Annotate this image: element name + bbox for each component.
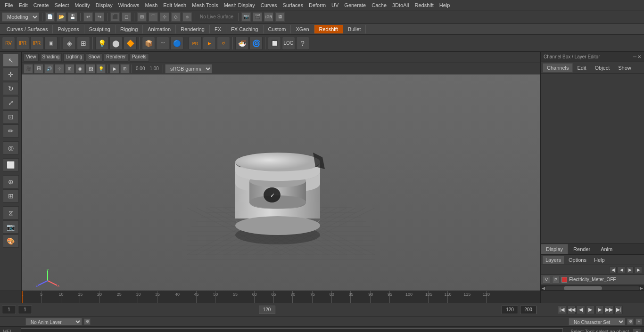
- layer-next2-btn[interactable]: ▶: [635, 267, 642, 273]
- move-tool[interactable]: ✛: [3, 68, 19, 81]
- paint-tool[interactable]: ✏: [3, 124, 19, 138]
- shelf-icon-rs1[interactable]: ▣: [44, 37, 58, 50]
- vp-grid-icon[interactable]: ⊞: [120, 64, 130, 73]
- menu-generate[interactable]: Generate: [341, 2, 369, 8]
- tab-rigging[interactable]: Rigging: [116, 25, 143, 33]
- layer-color-swatch[interactable]: [561, 277, 567, 283]
- go-start-btn[interactable]: |◀: [558, 306, 566, 314]
- scale-tool[interactable]: ⤢: [3, 96, 19, 109]
- tab-rendering[interactable]: Rendering: [176, 25, 210, 33]
- vp-texture-icon[interactable]: 🖼: [86, 64, 95, 73]
- timeline[interactable]: 1 5 10 15 20 25 30 35 40 45 50 55 60 65 …: [0, 291, 644, 303]
- vp-snap-icon[interactable]: ⊹: [55, 64, 64, 73]
- menu-surfaces[interactable]: Surfaces: [280, 2, 306, 8]
- viewport-show-menu[interactable]: Show: [86, 53, 102, 62]
- snap-point-icon[interactable]: ⊹: [160, 12, 169, 22]
- menu-uv[interactable]: UV: [329, 2, 341, 8]
- range-end-input[interactable]: [259, 306, 275, 314]
- shelf-icon-obj3[interactable]: 🔵: [170, 37, 183, 50]
- shelf-icon-mesh2[interactable]: ⊞: [77, 37, 90, 50]
- menu-cache[interactable]: Cache: [369, 2, 389, 8]
- shelf-icon-pr2[interactable]: ▶: [203, 37, 216, 50]
- layer-scrollbar[interactable]: ◀ ▶: [541, 285, 644, 291]
- shelf-icon-ipr[interactable]: IPR: [16, 37, 29, 50]
- char-set-settings-icon[interactable]: ⚙: [627, 318, 634, 325]
- shelf-icon-light1[interactable]: 💡: [95, 37, 108, 50]
- camera-icon[interactable]: 📷: [241, 12, 251, 22]
- anim-layer-settings-icon[interactable]: ⚙: [84, 318, 91, 325]
- tab-redshift[interactable]: Redshift: [314, 25, 343, 33]
- menu-modify[interactable]: Modify: [72, 2, 92, 8]
- undo-icon[interactable]: ↩: [83, 12, 93, 22]
- display-tab[interactable]: Display: [541, 244, 568, 254]
- select-mode-icon[interactable]: ⬛: [110, 12, 120, 22]
- vp-wire-icon[interactable]: ⊞: [65, 64, 74, 73]
- frame-end-input[interactable]: [502, 306, 518, 314]
- new-scene-icon[interactable]: 📄: [45, 12, 55, 22]
- snap-view-icon[interactable]: ◇: [171, 12, 181, 22]
- shelf-icon-mesh1[interactable]: ◈: [63, 37, 76, 50]
- snap-grid-icon[interactable]: ⊞: [137, 12, 147, 22]
- object-tab[interactable]: Object: [590, 63, 614, 73]
- shelf-icon-help[interactable]: ?: [296, 37, 309, 50]
- shelf-icon-mat2[interactable]: 🌀: [249, 37, 263, 50]
- shelf-icon-rs3[interactable]: LOG: [282, 37, 295, 50]
- magnet-icon[interactable]: ⌾: [182, 12, 192, 22]
- go-end-btn[interactable]: ▶|: [614, 306, 623, 314]
- tab-fx[interactable]: FX: [210, 25, 226, 33]
- anim-layer-select[interactable]: No Anim Layer: [25, 318, 82, 325]
- menu-help[interactable]: Help: [437, 2, 453, 8]
- viewport-shading-menu[interactable]: Shading: [40, 53, 62, 62]
- menu-windows[interactable]: Windows: [116, 2, 142, 8]
- menu-redshift[interactable]: Redshift: [412, 2, 436, 8]
- viewport-renderer-menu[interactable]: Renderer: [104, 53, 128, 62]
- shelf-icon-mat1[interactable]: 🍜: [235, 37, 248, 50]
- menu-deform[interactable]: Deform: [306, 2, 329, 8]
- layer-visibility-btn[interactable]: V: [543, 276, 550, 283]
- viewport-lighting-menu[interactable]: Lighting: [63, 53, 84, 62]
- vp-smooth-icon[interactable]: ◉: [75, 64, 85, 73]
- soft-select-tool[interactable]: ◎: [3, 141, 19, 154]
- tab-fx-caching[interactable]: FX Caching: [226, 25, 263, 33]
- scroll-right-btn[interactable]: ▶: [640, 286, 643, 291]
- show-tab[interactable]: Show: [614, 63, 636, 73]
- redo-icon[interactable]: ↪: [95, 12, 104, 22]
- shelf-icon-obj2[interactable]: 〰: [156, 37, 169, 50]
- snap-curve-icon[interactable]: ⌒: [149, 12, 158, 22]
- shelf-icon-pr3[interactable]: ↺: [217, 37, 230, 50]
- measure-tool[interactable]: ⊞: [3, 189, 19, 202]
- layer-prev2-btn[interactable]: ◀: [618, 267, 625, 273]
- menu-mesh-tools[interactable]: Mesh Tools: [189, 2, 221, 8]
- layer-next-btn[interactable]: ▶: [626, 267, 634, 273]
- shelf-icon-rv[interactable]: RV: [2, 37, 15, 50]
- step-back-btn[interactable]: ◀◀: [567, 306, 576, 314]
- menu-select[interactable]: Select: [52, 2, 72, 8]
- menu-mesh-display[interactable]: Mesh Display: [221, 2, 258, 8]
- display-icon[interactable]: 🖥: [275, 12, 285, 22]
- scroll-left-btn[interactable]: ◀: [542, 286, 545, 291]
- layer-prev-btn[interactable]: ◀: [609, 267, 617, 273]
- frame-current-input[interactable]: [18, 306, 32, 314]
- open-scene-icon[interactable]: 📂: [57, 12, 66, 22]
- play-btn[interactable]: ▶: [586, 306, 594, 314]
- panel-close-btn[interactable]: ✕: [637, 54, 641, 59]
- viewport-canvas[interactable]: ✓ persp x y z: [22, 74, 540, 291]
- transform-tool[interactable]: ⊡: [3, 110, 19, 123]
- lasso-icon[interactable]: ◻: [122, 12, 131, 22]
- vp-render-icon[interactable]: ▶: [110, 64, 119, 73]
- tab-bullet[interactable]: Bullet: [343, 25, 366, 33]
- edit-tab[interactable]: Edit: [573, 63, 590, 73]
- panel-minimize-btn[interactable]: ─: [633, 54, 636, 59]
- prev-frame-btn[interactable]: ◀: [577, 306, 585, 314]
- tab-custom[interactable]: Custom: [264, 25, 291, 33]
- tab-xgen[interactable]: XGen: [291, 25, 314, 33]
- help-tab[interactable]: Help: [591, 256, 608, 264]
- shelf-icon-light2[interactable]: ⬤: [109, 37, 123, 50]
- scrollbar-thumb[interactable]: [564, 286, 602, 290]
- menu-create[interactable]: Create: [31, 2, 52, 8]
- layers-tab[interactable]: Layers: [543, 256, 564, 264]
- step-forward-btn[interactable]: ▶▶: [605, 306, 613, 314]
- menu-file[interactable]: File: [2, 2, 16, 8]
- vp-light-icon[interactable]: 💡: [96, 64, 106, 73]
- menu-edit[interactable]: Edit: [16, 2, 31, 8]
